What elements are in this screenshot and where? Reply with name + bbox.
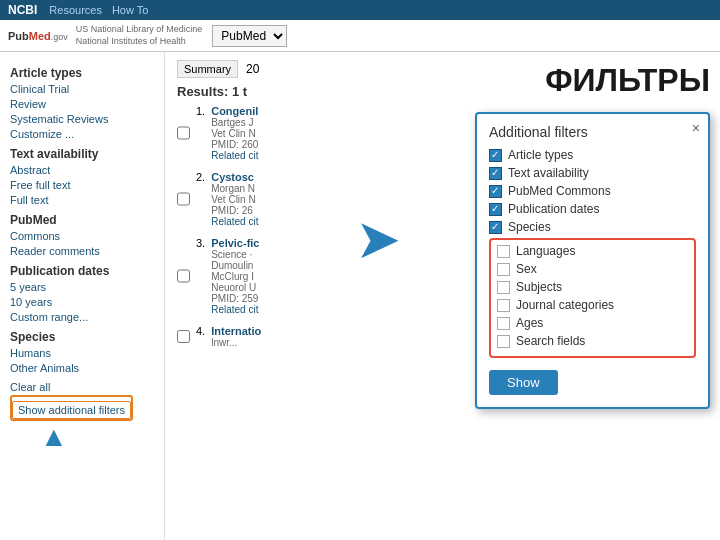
result-related-2[interactable]: Related cit xyxy=(211,216,258,227)
checkbox-publication-dates[interactable] xyxy=(489,203,502,216)
result-num-4: 4. xyxy=(196,325,205,337)
result-pmid-2: PMID: 26 xyxy=(211,205,258,216)
filter-label-pubmed-commons[interactable]: PubMed Commons xyxy=(508,184,611,198)
checkbox-ages[interactable] xyxy=(497,317,510,330)
result-meta-2: Morgan N xyxy=(211,183,258,194)
page-title: ФИЛЬТРЫ xyxy=(545,62,710,99)
filter-label-languages[interactable]: Languages xyxy=(516,244,575,258)
sidebar-item-humans[interactable]: Humans xyxy=(10,346,154,360)
show-button[interactable]: Show xyxy=(489,370,558,395)
sidebar: Article types Clinical Trial Review Syst… xyxy=(0,52,165,540)
sidebar-item-other-animals[interactable]: Other Animals xyxy=(10,361,154,375)
result-num-3: 3. xyxy=(196,237,205,249)
filter-sex: Sex xyxy=(497,262,688,276)
sidebar-item-10years[interactable]: 10 years xyxy=(10,295,154,309)
content-area: ФИЛЬТРЫ Summary 20 Results: 1 t 1. Conge… xyxy=(165,52,720,540)
sidebar-item-abstract[interactable]: Abstract xyxy=(10,163,154,177)
checkbox-languages[interactable] xyxy=(497,245,510,258)
summary-button[interactable]: Summary xyxy=(177,60,238,78)
checkbox-species[interactable] xyxy=(489,221,502,234)
filter-pubmed-commons: PubMed Commons xyxy=(489,184,696,198)
checkbox-journal-categories[interactable] xyxy=(497,299,510,312)
howto-link[interactable]: How To xyxy=(112,4,148,16)
filter-label-sex[interactable]: Sex xyxy=(516,262,537,276)
sidebar-item-full-text[interactable]: Full text xyxy=(10,193,154,207)
sidebar-item-clinical-trial[interactable]: Clinical Trial xyxy=(10,82,154,96)
filter-label-species[interactable]: Species xyxy=(508,220,551,234)
filter-text-availability: Text availability xyxy=(489,166,696,180)
result-meta-3a: Science · xyxy=(211,249,259,260)
sidebar-item-customize[interactable]: Customize ... xyxy=(10,127,154,141)
checkbox-search-fields[interactable] xyxy=(497,335,510,348)
sidebar-item-review[interactable]: Review xyxy=(10,97,154,111)
filter-label-article-types[interactable]: Article types xyxy=(508,148,573,162)
result-meta-4: lnwr... xyxy=(211,337,261,348)
article-types-title: Article types xyxy=(10,66,154,80)
filter-label-text-availability[interactable]: Text availability xyxy=(508,166,589,180)
checkbox-subjects[interactable] xyxy=(497,281,510,294)
result-title-4[interactable]: Internatio xyxy=(211,325,261,337)
sidebar-item-custom-range[interactable]: Custom range... xyxy=(10,310,154,324)
result-journal-1: Vet Clin N xyxy=(211,128,258,139)
filter-label-publication-dates[interactable]: Publication dates xyxy=(508,202,599,216)
pubmed-logo: PubMed.gov xyxy=(8,30,68,42)
filter-label-subjects[interactable]: Subjects xyxy=(516,280,562,294)
text-availability-title: Text availability xyxy=(10,147,154,161)
ncbi-header: NCBI Resources How To xyxy=(0,0,720,20)
resources-link[interactable]: Resources xyxy=(49,4,102,16)
result-title-3[interactable]: Pelvic-fic xyxy=(211,237,259,249)
result-meta-1: Bartges J xyxy=(211,117,258,128)
result-pmid-3: PMID: 259 xyxy=(211,293,259,304)
pubmed-select[interactable]: PubMed xyxy=(212,25,287,47)
arrow-right-icon: ➤ xyxy=(355,208,401,270)
species-title: Species xyxy=(10,330,154,344)
unchecked-filters-group: Languages Sex Subjects Journal categorie… xyxy=(489,238,696,358)
publication-dates-title: Publication dates xyxy=(10,264,154,278)
result-pmid-1: PMID: 260 xyxy=(211,139,258,150)
result-num-1: 1. xyxy=(196,105,205,117)
filter-publication-dates: Publication dates xyxy=(489,202,696,216)
result-meta-3d: Neuorol U xyxy=(211,282,259,293)
result-related-3[interactable]: Related cit xyxy=(211,304,259,315)
sidebar-item-reader-comments[interactable]: Reader comments xyxy=(10,244,154,258)
result-title-2[interactable]: Cystosc xyxy=(211,171,258,183)
modal-title: Additional filters xyxy=(489,124,696,140)
checkbox-sex[interactable] xyxy=(497,263,510,276)
ncbi-nav: Resources How To xyxy=(49,4,148,16)
result-checkbox-4[interactable] xyxy=(177,325,190,348)
sidebar-item-5years[interactable]: 5 years xyxy=(10,280,154,294)
sidebar-item-systematic-reviews[interactable]: Systematic Reviews xyxy=(10,112,154,126)
page-count: 20 xyxy=(246,62,259,76)
result-related-1[interactable]: Related cit xyxy=(211,150,258,161)
clear-all-link[interactable]: Clear all xyxy=(10,381,154,393)
modal-close-button[interactable]: × xyxy=(692,120,700,136)
sidebar-item-free-full-text[interactable]: Free full text xyxy=(10,178,154,192)
arrow-up-area: ▲ xyxy=(10,421,154,451)
result-checkbox-2[interactable] xyxy=(177,171,190,227)
filter-ages: Ages xyxy=(497,316,688,330)
filter-article-types: Article types xyxy=(489,148,696,162)
main-layout: Article types Clinical Trial Review Syst… xyxy=(0,52,720,540)
nlm-text: US National Library of Medicine National… xyxy=(76,24,203,47)
show-additional-filters-button[interactable]: Show additional filters xyxy=(12,401,131,419)
ncbi-logo: NCBI xyxy=(8,3,37,17)
result-title-1[interactable]: Congenil xyxy=(211,105,258,117)
pubmed-section-title: PubMed xyxy=(10,213,154,227)
filter-search-fields: Search fields xyxy=(497,334,688,348)
filter-label-ages[interactable]: Ages xyxy=(516,316,543,330)
filter-subjects: Subjects xyxy=(497,280,688,294)
checkbox-article-types[interactable] xyxy=(489,149,502,162)
filter-label-journal-categories[interactable]: Journal categories xyxy=(516,298,614,312)
result-meta-3c: McClurg I xyxy=(211,271,259,282)
checkbox-pubmed-commons[interactable] xyxy=(489,185,502,198)
result-checkbox-3[interactable] xyxy=(177,237,190,315)
filter-label-search-fields[interactable]: Search fields xyxy=(516,334,585,348)
result-meta-3b: Dumoulin xyxy=(211,260,259,271)
result-num-2: 2. xyxy=(196,171,205,183)
sidebar-item-commons[interactable]: Commons xyxy=(10,229,154,243)
result-journal-2: Vet Clin N xyxy=(211,194,258,205)
pubmed-header: PubMed.gov US National Library of Medici… xyxy=(0,20,720,52)
checkbox-text-availability[interactable] xyxy=(489,167,502,180)
filter-species: Species xyxy=(489,220,696,234)
result-checkbox-1[interactable] xyxy=(177,105,190,161)
